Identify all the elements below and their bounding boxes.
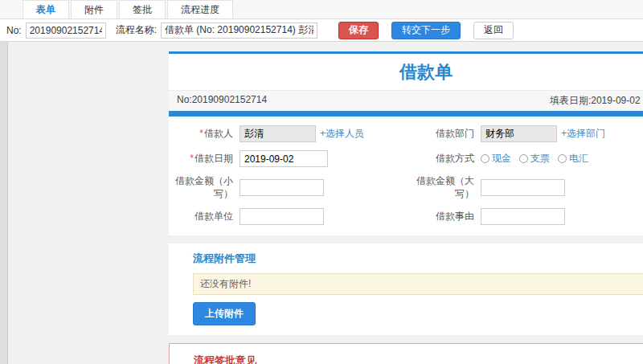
tab-form[interactable]: 表单 xyxy=(23,0,69,18)
loan-form-panel: 借款单 No:20190902152714 填表日期:2019-09-02 15… xyxy=(169,51,643,235)
process-name-input[interactable] xyxy=(161,22,317,39)
radio-check-label: 支票 xyxy=(530,152,550,166)
amount-words-input[interactable] xyxy=(481,179,565,196)
attachments-panel: 流程附件管理 还没有附件! 上传附件 xyxy=(169,243,643,335)
select-department-link[interactable]: +选择部门 xyxy=(561,127,605,141)
radio-wire[interactable]: 电汇 xyxy=(558,152,588,166)
upload-attachment-button[interactable]: 上传附件 xyxy=(193,302,256,325)
tab-progress[interactable]: 流程进度 xyxy=(167,0,233,18)
department-label: 借款部门 xyxy=(410,128,474,141)
amount-numerals-input[interactable] xyxy=(240,179,324,196)
divider-bar xyxy=(169,111,643,117)
no-label: No: xyxy=(6,25,22,36)
loan-reason-input[interactable] xyxy=(481,208,565,225)
document-subheader: No:20190902152714 填表日期:2019-09-02 15:27:… xyxy=(169,90,643,111)
required-asterisk: * xyxy=(190,153,194,164)
radio-cash-label: 现金 xyxy=(492,152,511,166)
content-area: 借款单 No:20190902152714 填表日期:2019-09-02 15… xyxy=(169,51,643,364)
loan-unit-input[interactable] xyxy=(240,208,324,225)
no-input[interactable] xyxy=(26,22,106,39)
tab-attachments[interactable]: 附件 xyxy=(71,0,117,18)
radio-cash[interactable]: 现金 xyxy=(481,152,511,166)
loan-date-label: 借款日期 xyxy=(195,153,233,164)
document-no: No:20190902152714 xyxy=(177,94,267,108)
loan-unit-label: 借款单位 xyxy=(169,211,233,223)
department-input[interactable] xyxy=(481,125,557,142)
approval-comments-panel: 流程签批意见 B I abc A ab ⚑ 1≡ •≡ « » — ” xyxy=(169,343,643,364)
workspace: 借款单 No:20190902152714 填表日期:2019-09-02 15… xyxy=(0,42,643,364)
amount-words-label: 借款金额（大写） xyxy=(410,175,474,200)
back-button[interactable]: 返回 xyxy=(473,22,514,39)
select-person-link[interactable]: +选择人员 xyxy=(320,127,364,141)
loan-method-group: 现金 支票 电汇 xyxy=(481,152,588,166)
borrower-label: 借款人 xyxy=(204,128,233,139)
action-toolbar: No: 流程名称: 保存 转交下一步 返回 xyxy=(0,19,643,42)
loan-method-label: 借款方式 xyxy=(410,153,474,166)
tab-approval[interactable]: 签批 xyxy=(119,0,166,18)
loan-reason-label: 借款事由 xyxy=(410,211,474,223)
process-name-label: 流程名称: xyxy=(116,23,157,37)
form-row: *借款人 +选择人员 借款部门 +选择部门 xyxy=(169,121,643,146)
next-step-button[interactable]: 转交下一步 xyxy=(391,22,461,39)
loan-date-input[interactable] xyxy=(240,150,328,167)
approval-title: 流程签批意见 xyxy=(194,354,643,364)
attachments-title: 流程附件管理 xyxy=(193,252,643,266)
amount-numerals-label: 借款金额（小写） xyxy=(169,175,233,200)
page-title: 借款单 xyxy=(169,54,643,90)
radio-wire-label: 电汇 xyxy=(569,152,588,166)
left-strip xyxy=(0,42,8,364)
radio-icon xyxy=(558,154,567,163)
form-row: *借款日期 借款方式 现金 xyxy=(169,146,643,171)
tab-bar: 表单 附件 签批 流程进度 xyxy=(0,0,643,19)
save-button[interactable]: 保存 xyxy=(338,22,379,39)
borrower-input[interactable] xyxy=(240,125,316,142)
radio-icon xyxy=(481,154,489,163)
radio-check[interactable]: 支票 xyxy=(519,152,550,166)
radio-icon xyxy=(519,154,528,163)
no-attachments-notice: 还没有附件! xyxy=(193,273,643,295)
form-row: 借款金额（小写） 借款金额（大写） xyxy=(169,171,643,204)
form-row: 借款单位 借款事由 xyxy=(169,204,643,229)
required-asterisk: * xyxy=(199,128,203,139)
form-body: *借款人 +选择人员 借款部门 +选择部门 xyxy=(169,117,643,235)
document-date: 填表日期:2019-09-02 15:27:1 xyxy=(550,94,643,108)
